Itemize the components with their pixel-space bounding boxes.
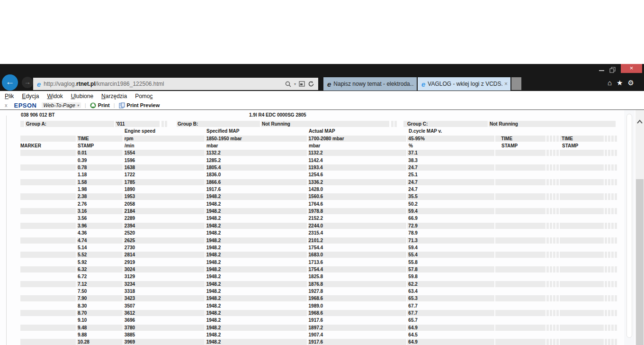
home-icon[interactable]: ⌂ (608, 79, 612, 87)
table-cell: 65.3 (407, 295, 494, 301)
table-cell (495, 266, 546, 272)
units-row: MARKER STAMP /min mbar mbar % STAMP STAM… (20, 143, 618, 149)
table-cell (20, 186, 76, 192)
table-cell (611, 201, 614, 207)
table-cell (615, 281, 617, 287)
table-cell (546, 186, 549, 192)
table-cell (611, 193, 614, 200)
table-row: 2.3819531948.21560.635.5 (20, 193, 618, 200)
table-cell: 6.72 (77, 273, 123, 280)
table-cell (615, 303, 617, 309)
table-cell (550, 193, 552, 200)
address-bar[interactable]: e http://vaglog.rtnet.pl/kmarcin1986_122… (33, 78, 318, 90)
table-cell (615, 332, 617, 338)
table-cell (546, 223, 549, 229)
table-cell (394, 121, 397, 127)
table-cell: 2152.2 (308, 215, 407, 221)
table-cell (495, 281, 546, 287)
menu-edycja[interactable]: Edycja (22, 93, 39, 100)
compatibility-page-icon[interactable] (299, 81, 305, 87)
url-text: http://vaglog.rtnet.pl/kmarcin1986_12250… (44, 81, 164, 87)
forward-button[interactable]: → (22, 77, 33, 88)
restore-button[interactable] (609, 66, 616, 75)
table-cell (560, 325, 604, 331)
table-cell (611, 172, 614, 178)
print-button[interactable]: Print (90, 102, 110, 109)
table-cell: 4.74 (77, 237, 123, 244)
web-to-page-dropdown[interactable]: Web-To-Page▾ (42, 102, 81, 108)
table-cell: 1917.6 (308, 317, 407, 323)
back-button[interactable]: ← (2, 74, 18, 91)
table-row: 3.1621841948.21978.859.4 (20, 208, 618, 214)
toolbar-close-icon[interactable]: x (5, 102, 8, 108)
tab-vaglog-active[interactable]: e VAGLOG - wklej logi z VCDS... × (418, 77, 510, 91)
window-scrollbar[interactable] (635, 110, 644, 345)
title-bar: × (0, 64, 644, 77)
tab-close-icon[interactable]: × (502, 81, 508, 87)
table-cell (550, 143, 553, 149)
tab-napisz-nowy-temat[interactable]: e Napisz nowy temat - elektroda... (323, 77, 417, 91)
table-cell (546, 281, 549, 287)
table-cell: 1948.2 (206, 288, 307, 294)
table-cell (165, 121, 167, 127)
table-cell (605, 201, 607, 207)
menu-pomoc[interactable]: Pomoc (135, 93, 152, 100)
range-time-3: TIME (560, 136, 604, 142)
table-cell: 1948.2 (206, 339, 307, 345)
table-cell (611, 332, 614, 338)
table-cell (495, 339, 546, 345)
table-cell (605, 339, 607, 345)
table-cell (608, 288, 610, 294)
table-cell (556, 223, 559, 229)
table-cell (556, 310, 559, 316)
search-icon[interactable] (285, 81, 291, 87)
table-cell: 9.10 (77, 317, 123, 323)
print-preview-button[interactable]: Print Preview (119, 102, 160, 109)
table-cell (20, 201, 76, 207)
minimize-button[interactable] (599, 70, 604, 71)
table-cell (615, 208, 617, 214)
table-cell (615, 310, 617, 316)
table-cell (605, 172, 607, 178)
table-cell (495, 186, 546, 192)
table-cell: 66.9 (407, 215, 494, 221)
page-scrollbar[interactable] (624, 110, 635, 345)
menu-narzedzia[interactable]: Narzędzia (101, 93, 127, 100)
new-tab-button[interactable] (511, 77, 521, 90)
table-cell: 1754.4 (308, 245, 407, 251)
window-scrollbar-thumb[interactable] (636, 179, 644, 345)
chevron-down-icon[interactable]: ▾ (294, 82, 296, 86)
table-cell: 6.32 (77, 266, 123, 272)
table-cell: 3129 (124, 273, 205, 280)
table-cell (605, 325, 607, 331)
table-cell (495, 150, 546, 156)
unit-stamp-3: STAMP (560, 143, 604, 149)
scroll-up-icon[interactable] (636, 118, 643, 126)
table-cell (553, 157, 555, 163)
table-cell: 1193.4 (308, 164, 407, 171)
table-cell (557, 143, 559, 149)
menu-plik[interactable]: Plik (5, 93, 14, 100)
close-button[interactable]: × (621, 64, 642, 73)
favorites-star-icon[interactable]: ★ (617, 79, 623, 87)
table-cell (550, 295, 552, 301)
table-row: 5.1427301948.21754.459.4 (20, 245, 618, 251)
menu-ulubione[interactable]: Ulubione (71, 93, 93, 100)
table-row: 0.0115541132.21132.237.1 (20, 150, 618, 156)
table-cell (611, 325, 614, 331)
table-cell (611, 303, 614, 309)
refresh-icon[interactable] (308, 81, 314, 87)
menu-widok[interactable]: Widok (47, 93, 63, 100)
table-cell: 67.7 (407, 303, 494, 309)
table-cell: 1.18 (77, 172, 123, 178)
table-cell: 59.4 (407, 208, 494, 214)
table-cell: 1560.6 (308, 193, 407, 200)
table-cell: 2394 (124, 223, 205, 229)
table-cell (550, 201, 552, 207)
group-header-row: Group A: '011 Group B: Not Running Group… (20, 121, 618, 127)
settings-gear-icon[interactable]: ⚙ (628, 79, 634, 87)
table-cell: 2184 (124, 208, 205, 214)
page-scrollbar-thumb[interactable] (626, 114, 632, 338)
tab-title: VAGLOG - wklej logi z VCDS... (428, 81, 502, 87)
range-time: TIME (77, 136, 123, 142)
